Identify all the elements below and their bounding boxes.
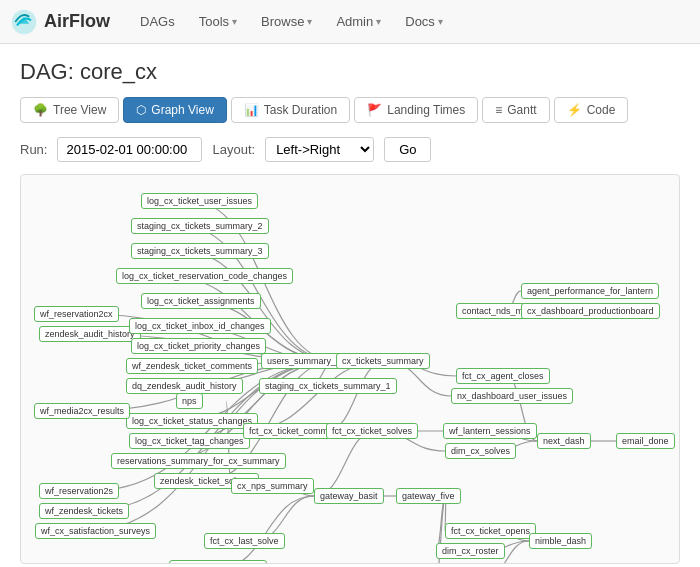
brand-logo-link[interactable]: AirFlow bbox=[10, 8, 110, 36]
dag-node[interactable]: nimble_dash bbox=[529, 533, 592, 549]
brand-name: AirFlow bbox=[44, 11, 110, 32]
run-input[interactable] bbox=[57, 137, 202, 162]
dag-node[interactable]: log_cx_ticket_tag_changes bbox=[129, 433, 250, 449]
dag-node[interactable]: log_cx_ticket_inbox_id_changes bbox=[129, 318, 271, 334]
browse-dropdown-arrow: ▾ bbox=[307, 16, 312, 27]
dag-node[interactable]: dim_cx_roster bbox=[436, 543, 505, 559]
dag-node[interactable]: fct_cx_agent_closes bbox=[456, 368, 550, 384]
dag-node[interactable]: wf_zendesk_ticket_comments bbox=[126, 358, 258, 374]
dag-node[interactable]: wf_media2cx_results bbox=[34, 403, 130, 419]
dag-node[interactable]: wf_zendesk_tickets bbox=[39, 503, 129, 519]
dag-node[interactable]: fct_cx_ticket_solves bbox=[326, 423, 418, 439]
dag-node[interactable]: nps bbox=[176, 393, 203, 409]
dag-node[interactable]: log_cx_ticket_status_changes bbox=[126, 413, 258, 429]
layout-label: Layout: bbox=[212, 142, 255, 157]
dag-node[interactable]: gateway_basit bbox=[314, 488, 384, 504]
run-label: Run: bbox=[20, 142, 47, 157]
dag-node[interactable]: reservations_summary_for_cx_summary bbox=[111, 453, 286, 469]
tab-bar: 🌳 Tree View ⬡ Graph View 📊 Task Duration… bbox=[20, 97, 680, 123]
dag-node[interactable]: dq_zendesk_audit_history bbox=[126, 378, 243, 394]
tab-task-duration[interactable]: 📊 Task Duration bbox=[231, 97, 350, 123]
tab-code[interactable]: ⚡ Code bbox=[554, 97, 629, 123]
nav-items: DAGs Tools ▾ Browse ▾ Admin ▾ Docs ▾ bbox=[130, 0, 453, 43]
dag-node[interactable]: next_dash bbox=[537, 433, 591, 449]
dag-node[interactable]: staging_cx_tickets_summary_1 bbox=[259, 378, 397, 394]
nav-browse[interactable]: Browse ▾ bbox=[251, 10, 322, 33]
dag-node[interactable]: gateway_five bbox=[396, 488, 461, 504]
dag-node[interactable]: email_done bbox=[616, 433, 675, 449]
tools-dropdown-arrow: ▾ bbox=[232, 16, 237, 27]
graph-container: log_cx_ticket_user_issuesstaging_cx_tick… bbox=[20, 174, 680, 564]
dag-node[interactable]: agent_performance_for_lantern bbox=[521, 283, 659, 299]
run-bar: Run: Layout: Left->Right Top->Bottom Go bbox=[20, 137, 680, 162]
dag-node[interactable]: wf_reservation2s bbox=[39, 483, 119, 499]
dag-node[interactable]: fct_cx_last_solve bbox=[204, 533, 285, 549]
layout-select[interactable]: Left->Right Top->Bottom bbox=[265, 137, 374, 162]
page-content: DAG: core_cx 🌳 Tree View ⬡ Graph View 📊 … bbox=[0, 44, 700, 567]
dag-node[interactable]: fct_cx_ticket_opens bbox=[445, 523, 536, 539]
airflow-logo bbox=[10, 8, 38, 36]
navbar: AirFlow DAGs Tools ▾ Browse ▾ Admin ▾ Do… bbox=[0, 0, 700, 44]
dag-node[interactable]: wf_reservation2cx bbox=[34, 306, 119, 322]
dag-node[interactable]: cx_tickets_summary bbox=[336, 353, 430, 369]
task-duration-icon: 📊 bbox=[244, 103, 259, 117]
landing-times-icon: 🚩 bbox=[367, 103, 382, 117]
dag-node[interactable]: log_cx_ticket_user_issues bbox=[141, 193, 258, 209]
gantt-icon: ≡ bbox=[495, 103, 502, 117]
graph-view-icon: ⬡ bbox=[136, 103, 146, 117]
dag-node[interactable]: wf_lantern_sessions bbox=[443, 423, 537, 439]
dag-node[interactable]: cx_dashboard_productionboard bbox=[521, 303, 660, 319]
code-icon: ⚡ bbox=[567, 103, 582, 117]
nav-admin[interactable]: Admin ▾ bbox=[326, 10, 391, 33]
nav-docs[interactable]: Docs ▾ bbox=[395, 10, 453, 33]
docs-dropdown-arrow: ▾ bbox=[438, 16, 443, 27]
tab-gantt[interactable]: ≡ Gantt bbox=[482, 97, 549, 123]
dag-node[interactable]: log_cx_ticket_priority_changes bbox=[131, 338, 266, 354]
tab-graph-view[interactable]: ⬡ Graph View bbox=[123, 97, 226, 123]
dag-node[interactable]: log_cx_ticket_reservation_code_changes bbox=[116, 268, 293, 284]
dag-node[interactable]: dim_cx_solves bbox=[445, 443, 516, 459]
admin-dropdown-arrow: ▾ bbox=[376, 16, 381, 27]
dag-node[interactable]: fct_cx_ticket_channel bbox=[169, 560, 267, 564]
nav-tools[interactable]: Tools ▾ bbox=[189, 10, 247, 33]
nav-dags[interactable]: DAGs bbox=[130, 10, 185, 33]
dag-node[interactable]: zendesk_audit_history bbox=[39, 326, 141, 342]
page-title: DAG: core_cx bbox=[20, 59, 680, 85]
tab-tree-view[interactable]: 🌳 Tree View bbox=[20, 97, 119, 123]
tree-view-icon: 🌳 bbox=[33, 103, 48, 117]
dag-node[interactable]: staging_cx_tickets_summary_3 bbox=[131, 243, 269, 259]
go-button[interactable]: Go bbox=[384, 137, 431, 162]
dag-node[interactable]: nx_dashboard_user_issues bbox=[451, 388, 573, 404]
dag-node[interactable]: log_cx_ticket_assignments bbox=[141, 293, 261, 309]
dag-node[interactable]: wf_cx_satisfaction_surveys bbox=[35, 523, 156, 539]
dag-node[interactable]: cx_nps_summary bbox=[231, 478, 314, 494]
dag-node[interactable]: staging_cx_tickets_summary_2 bbox=[131, 218, 269, 234]
tab-landing-times[interactable]: 🚩 Landing Times bbox=[354, 97, 478, 123]
